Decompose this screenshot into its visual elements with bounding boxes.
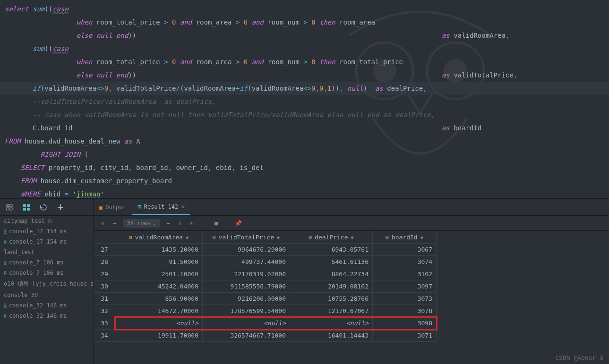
refresh-icon[interactable] [40, 203, 47, 211]
sort-icon[interactable]: ◆ [420, 235, 423, 240]
table-cell[interactable]: 6943.05761 [290, 244, 373, 256]
sidebar-item[interactable]: land_test [0, 247, 93, 257]
table-cell[interactable]: 14672.70000 [115, 305, 203, 317]
sidebar-item[interactable]: o10 销售 [yjy_creis_house_sim_w] [0, 278, 93, 290]
table-cell[interactable]: 9216206.00000 [203, 293, 290, 305]
table-row[interactable]: 271435.200009964676.290006943.057613067 [94, 244, 437, 256]
prev-page-button[interactable]: ← [111, 219, 118, 228]
table-cell[interactable]: 22170319.02000 [203, 268, 290, 280]
table-cell[interactable]: 3097 [373, 280, 437, 293]
close-icon[interactable]: × [181, 203, 184, 210]
code-line[interactable]: select sum((case [0, 2, 609, 16]
data-grid-container[interactable]: ⊟validRoomArea◆⊟validTotalPrice◆⊟dealPri… [94, 231, 609, 364]
sidebar-item[interactable]: ⎘console_32 146 ms [0, 300, 93, 311]
table-cell[interactable]: 19911.70000 [115, 330, 203, 342]
table-cell[interactable]: <null> [115, 317, 203, 330]
table-cell[interactable]: 9964676.29000 [203, 244, 290, 256]
table-cell[interactable]: 45242.04000 [115, 280, 203, 293]
table-row[interactable]: 33<null><null><null>3098 [94, 317, 437, 330]
code-line[interactable]: FROM house.dim_customer_property_board [0, 174, 609, 187]
table-row[interactable]: 3045242.04000911585556.7900020149.081623… [94, 280, 437, 293]
code-line[interactable]: when room_total_price > 0 and room_area … [0, 16, 609, 29]
sort-icon[interactable]: ◆ [351, 235, 354, 240]
sidebar-item[interactable]: ⎘console_7 106 ms [0, 257, 93, 268]
sidebar-item[interactable]: ⎘console_32 146 ms [0, 311, 93, 321]
sort-icon[interactable]: ◆ [186, 235, 189, 240]
split-icon[interactable] [6, 203, 13, 211]
tab-output[interactable]: ▣ Output [94, 199, 132, 215]
result-panel: ▣ Output ⊞ Result 142 × « ← 38 rows ⌄ → … [94, 199, 609, 364]
table-cell[interactable]: 1435.20000 [115, 244, 203, 256]
table-cell[interactable]: 911585556.79000 [203, 280, 290, 293]
table-cell[interactable]: 326574667.71000 [203, 330, 290, 342]
sort-icon[interactable]: ◆ [277, 235, 280, 240]
pin-icon[interactable]: 📌 [233, 219, 244, 228]
table-cell[interactable]: 16401.14443 [290, 330, 373, 342]
sidebar-item[interactable]: citymap_test_m [0, 216, 93, 226]
add-icon[interactable] [57, 203, 64, 211]
table-cell[interactable]: 856.90000 [115, 293, 203, 305]
code-line[interactable]: WHERE ebid = 'jinmao' [0, 187, 609, 198]
table-cell[interactable]: 3078 [373, 305, 437, 317]
code-line[interactable]: else null end))as validRoomArea, [0, 29, 609, 42]
code-line[interactable]: else null end))as validTotalPrice, [0, 68, 609, 82]
table-cell[interactable]: 20149.08162 [290, 280, 373, 293]
code-line[interactable]: if(validRoomArea<>0, validTotalPrice/(va… [0, 82, 609, 95]
column-header[interactable]: ⊟validTotalPrice◆ [203, 231, 290, 244]
code-line[interactable]: sum((case [0, 42, 609, 55]
last-page-button[interactable]: » [177, 219, 184, 228]
table-cell[interactable]: 3074 [373, 256, 437, 268]
code-line[interactable]: RIGHT JOIN ( [0, 148, 609, 161]
code-line[interactable]: FROM house.dwd_house_deal_new as A [0, 135, 609, 148]
sidebar-item[interactable]: ⎘console_17 154 ms [0, 226, 93, 237]
row-number[interactable]: 29 [94, 268, 115, 280]
table-cell[interactable]: <null> [203, 317, 290, 330]
stop-button[interactable]: ■ [213, 219, 220, 228]
code-line[interactable]: -- case when validRoomArea is not null t… [0, 108, 609, 121]
column-header[interactable]: ⊟validRoomArea◆ [115, 231, 203, 244]
table-cell[interactable]: <null> [290, 317, 373, 330]
rows-count-badge[interactable]: 38 rows ⌄ [123, 219, 160, 228]
first-page-button[interactable]: « [99, 219, 106, 228]
row-number[interactable]: 32 [94, 305, 115, 317]
table-row[interactable]: 3214672.70000178576599.5400012170.670673… [94, 305, 437, 317]
tab-result[interactable]: ⊞ Result 142 × [132, 199, 191, 215]
row-number[interactable]: 34 [94, 330, 115, 342]
reload-button[interactable]: ↻ [189, 219, 196, 228]
sql-editor[interactable]: select sum((case when room_total_price >… [0, 0, 609, 198]
table-cell[interactable]: 12170.67067 [290, 305, 373, 317]
table-cell[interactable]: 8864.22734 [290, 268, 373, 280]
table-row[interactable]: 3419911.70000326574667.7100016401.144433… [94, 330, 437, 342]
column-header[interactable]: ⊟dealPrice◆ [290, 231, 373, 244]
table-cell[interactable]: 178576599.54000 [203, 305, 290, 317]
row-number[interactable]: 27 [94, 244, 115, 256]
sidebar-item[interactable]: ⎘console_7 106 ms [0, 268, 93, 278]
table-row[interactable]: 31856.900009216206.0000010755.287663073 [94, 293, 437, 305]
next-page-button[interactable]: → [164, 219, 172, 228]
row-number[interactable]: 31 [94, 293, 115, 305]
table-row[interactable]: 292501.1000022170319.020008864.227343102 [94, 268, 437, 280]
sidebar-toolbar [0, 199, 93, 216]
table-cell[interactable]: 2501.10000 [115, 268, 203, 280]
table-cell[interactable]: 3098 [373, 317, 437, 330]
table-cell[interactable]: 3067 [373, 244, 437, 256]
table-cell[interactable]: 3071 [373, 330, 437, 342]
table-cell[interactable]: 5461.61136 [290, 256, 373, 268]
table-cell[interactable]: 3073 [373, 293, 437, 305]
layout-icon[interactable] [23, 203, 30, 211]
table-cell[interactable]: 3102 [373, 268, 437, 280]
code-line[interactable]: when room_total_price > 0 and room_area … [0, 55, 609, 68]
table-row[interactable]: 2891.50000499737.440005461.611363074 [94, 256, 437, 268]
table-cell[interactable]: 91.50000 [115, 256, 203, 268]
column-header[interactable]: ⊟boardId◆ [373, 231, 437, 244]
sidebar-item[interactable]: ⎘console_17 154 ms [0, 237, 93, 247]
row-number[interactable]: 28 [94, 256, 115, 268]
code-line[interactable]: SELECT property_id, city_id, board_id, o… [0, 161, 609, 174]
table-cell[interactable]: 499737.44000 [203, 256, 290, 268]
table-cell[interactable]: 10755.28766 [290, 293, 373, 305]
sidebar-item[interactable]: console_30 [0, 290, 93, 300]
code-line[interactable]: C.board_idas boardId [0, 121, 609, 135]
row-number[interactable]: 33 [94, 317, 115, 330]
code-line[interactable]: --validTotalPrice/validRoomArea as dealP… [0, 95, 609, 108]
row-number[interactable]: 30 [94, 280, 115, 293]
